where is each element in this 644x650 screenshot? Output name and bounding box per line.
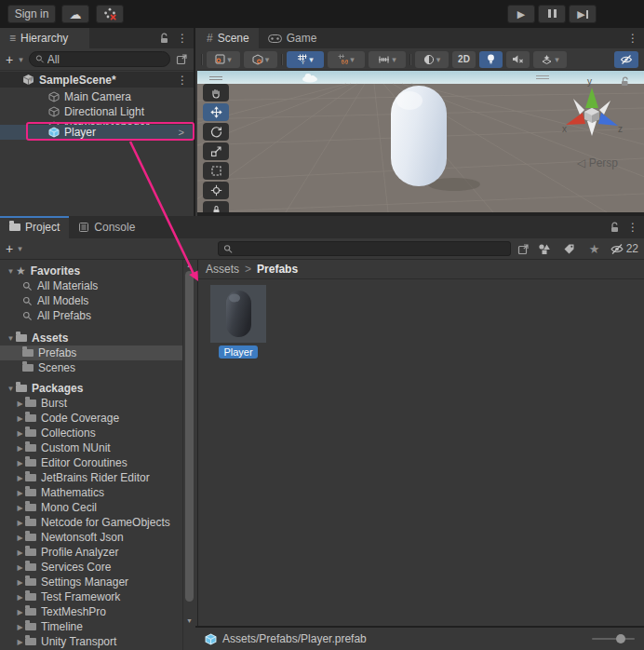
project-search-input[interactable] [236,242,505,255]
asset-label-selected[interactable]: Player [210,345,266,359]
play-button[interactable]: ▶ [507,5,535,23]
breadcrumb-root[interactable]: Assets [206,263,239,276]
move-tool-button[interactable] [203,103,229,121]
tree-assets[interactable]: ▼ Assets [0,331,182,345]
slider-knob[interactable] [616,634,625,643]
tree-package[interactable]: ▶Mono Cecil [0,500,182,515]
tree-all-materials[interactable]: All Materials [0,278,182,293]
tree-label: Timeline [41,620,83,633]
create-dropdown-icon[interactable]: ▾ [18,244,22,253]
effects-button[interactable]: ▾ [533,51,567,68]
grid-visibility-button[interactable]: Y ▾ [287,51,324,68]
tab-project[interactable]: Project [0,216,69,238]
slider-track[interactable] [592,638,635,640]
picker-window-icon[interactable] [176,53,188,65]
tree-all-prefabs[interactable]: All Prefabs [0,308,182,323]
lock-icon[interactable] [610,222,620,233]
snap-increment-button[interactable]: ▾ [369,51,406,68]
create-plus-icon[interactable]: + [6,52,13,67]
hand-tool-button[interactable] [203,84,229,102]
search-by-label-button[interactable] [559,240,580,257]
tree-package[interactable]: ▶TextMeshPro [0,604,182,619]
increment-ruler-icon [378,55,390,64]
tree-scenes[interactable]: Scenes [0,360,182,375]
lock-icon[interactable] [159,33,169,44]
perspective-label[interactable]: ◁ Persp [577,156,618,169]
tree-prefabs-selected[interactable]: Prefabs [0,345,182,360]
tree-packages[interactable]: ▼ Packages [0,381,182,396]
tree-package[interactable]: ▶Burst [0,396,182,411]
create-plus-icon[interactable]: + [6,241,13,256]
breadcrumb-sep-icon: > [245,263,251,276]
search-by-type-button[interactable] [534,240,555,257]
camera-doodad-button[interactable]: ▾ [415,51,449,68]
pause-button[interactable] [538,5,566,23]
hierarchy-search-field[interactable] [29,51,170,67]
eye-slash-icon [620,54,633,65]
tree-scrollbar[interactable]: ▲ ▼ [182,260,195,650]
tab-hierarchy[interactable]: ≡ Hierarchy [0,28,89,48]
scene-panel-menu-icon[interactable]: ⋮ [627,32,638,45]
scene-collapse-icon[interactable]: ▼ [26,75,36,84]
tab-console[interactable]: Console [69,216,144,238]
picker-window-icon[interactable] [517,243,530,255]
scroll-down-icon[interactable]: ▼ [183,617,195,624]
lighting-toggle-button[interactable] [479,51,503,68]
grid-snapping-button[interactable]: ▾ [328,51,365,68]
rotate-tool-button[interactable] [203,123,229,141]
shading-mode-button[interactable]: ▾ [244,51,277,68]
tree-package[interactable]: ▶JetBrains Rider Editor [0,470,182,485]
project-search-field[interactable] [218,241,511,256]
tree-package[interactable]: ▶Custom NUnit [0,440,182,455]
tree-package[interactable]: ▶Netcode for GameObjects [0,515,182,530]
scene-header-row[interactable]: ▼ SampleScene* ⋮ [0,72,194,88]
tree-favorites[interactable]: ▼ ★ Favorites [0,264,182,278]
tab-game[interactable]: Game [259,28,327,48]
tab-scene[interactable]: # Scene [197,28,259,48]
transform-tool-button[interactable] [203,182,229,199]
project-menu-icon[interactable]: ⋮ [627,221,638,234]
hierarchy-item-directional-light[interactable]: Directional Light [0,104,194,119]
tree-package[interactable]: ▶Test Framework [0,589,182,604]
hierarchy-menu-icon[interactable]: ⋮ [177,32,188,45]
draw-mode-button[interactable]: ▾ [207,51,240,68]
gizmo-overlay-grip[interactable] [536,75,549,81]
custom-tool-button[interactable] [203,201,229,212]
hierarchy-item-player[interactable]: Player > [0,125,194,140]
tree-package[interactable]: ▶Settings Manager [0,575,182,589]
tree-all-models[interactable]: All Models [0,293,182,308]
collab-status-button[interactable] [96,5,124,23]
tree-package[interactable]: ▶Services Core [0,560,182,575]
tree-package[interactable]: ▶Editor Coroutines [0,455,182,470]
tree-package[interactable]: ▶Profile Analyzer [0,545,182,560]
create-dropdown-icon[interactable]: ▾ [19,55,23,64]
scene-visibility-button[interactable] [614,51,638,68]
half-sphere-icon [423,54,435,65]
scene-menu-icon[interactable]: ⋮ [177,74,188,87]
scroll-up-icon[interactable]: ▲ [183,262,195,268]
rect-tool-button[interactable] [203,162,229,180]
asset-player-prefab[interactable] [210,285,266,343]
audio-mute-button[interactable] [506,51,530,68]
scale-tool-button[interactable] [203,142,229,160]
tree-package[interactable]: ▶Mathematics [0,485,182,500]
scene-viewport[interactable]: x y z ◁ Persp [197,71,644,212]
hierarchy-search-input[interactable] [47,53,164,66]
tree-package[interactable]: ▶Timeline [0,619,182,634]
prefab-open-chevron[interactable]: > [179,127,184,138]
scrollbar-thumb[interactable] [185,271,194,602]
tree-package[interactable]: ▶Code Coverage [0,411,182,426]
breadcrumb-current[interactable]: Prefabs [257,263,298,276]
tree-package[interactable]: ▶Unity Transport [0,634,182,649]
tree-package[interactable]: ▶Newtonsoft Json [0,530,182,545]
step-button[interactable]: ▶ [569,5,597,23]
favorites-button[interactable]: ★ [584,240,605,257]
2d-toggle-button[interactable]: 2D [452,51,476,68]
tree-package[interactable]: ▶Collections [0,426,182,440]
sign-in-button[interactable]: Sign in [7,5,56,23]
hidden-packages-toggle[interactable]: 22 [610,242,638,255]
hierarchy-item-main-camera[interactable]: Main Camera [0,89,194,104]
tools-grip[interactable] [203,74,229,82]
thumbnail-size-slider[interactable] [592,638,635,640]
cloud-services-button[interactable]: ☁ [61,5,89,23]
